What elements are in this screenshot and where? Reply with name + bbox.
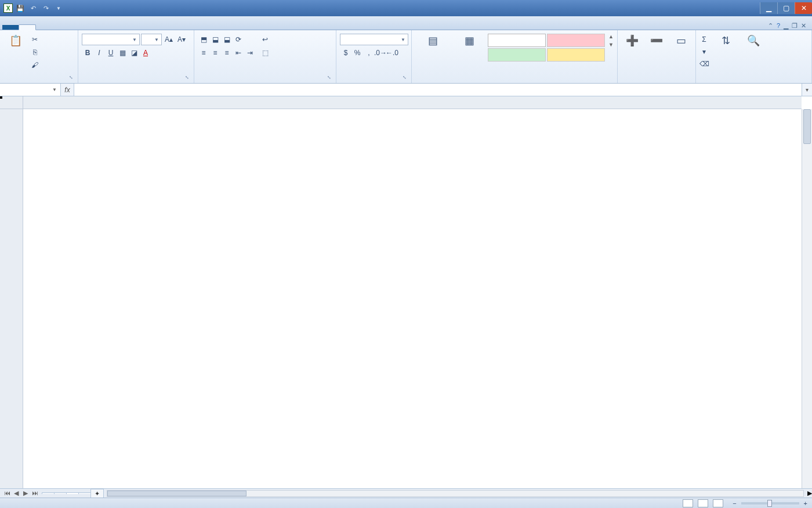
increase-font-icon[interactable]: A▴ xyxy=(163,34,175,45)
align-top-icon[interactable]: ⬒ xyxy=(198,34,209,45)
sheet-nav-next-icon[interactable]: ▶ xyxy=(21,489,30,497)
minimize-button[interactable]: ▁ xyxy=(760,2,777,14)
cells-area[interactable] xyxy=(23,109,802,488)
save-icon[interactable]: 💾 xyxy=(15,3,26,13)
delete-cells-button[interactable]: ➖ xyxy=(646,34,668,49)
scrollbar-thumb[interactable] xyxy=(803,109,811,144)
italic-button[interactable]: I xyxy=(93,47,105,59)
font-family-select[interactable]: ▼ xyxy=(82,34,140,45)
clipboard-launcher-icon[interactable]: ⤡ xyxy=(67,75,74,82)
font-size-select[interactable]: ▼ xyxy=(141,34,162,45)
tab-insert[interactable] xyxy=(36,25,52,30)
increase-indent-icon[interactable]: ⇥ xyxy=(244,47,256,59)
doc-restore-icon[interactable]: ❐ xyxy=(792,22,798,30)
hscroll-thumb[interactable] xyxy=(107,491,246,496)
font-launcher-icon[interactable]: ⤡ xyxy=(183,75,190,82)
tab-formulas[interactable] xyxy=(68,25,85,30)
styles-scroll-up-icon[interactable]: ▲ xyxy=(608,34,614,39)
align-center-icon[interactable]: ≡ xyxy=(209,47,221,59)
insert-cells-button[interactable]: ➕ xyxy=(621,34,643,49)
paste-button[interactable]: 📋 xyxy=(3,34,28,49)
style-neutral[interactable] xyxy=(547,48,605,62)
align-right-icon[interactable]: ≡ xyxy=(221,47,233,59)
clear-button[interactable]: ⌫ xyxy=(699,58,710,70)
qat-dropdown-icon[interactable]: ▼ xyxy=(53,3,64,13)
alignment-launcher-icon[interactable]: ⤡ xyxy=(325,75,332,82)
zoom-out-icon[interactable]: − xyxy=(733,500,736,507)
select-all-button[interactable] xyxy=(0,96,23,109)
name-box[interactable]: ▼ xyxy=(0,84,61,96)
page-break-view-icon[interactable] xyxy=(713,499,723,507)
zoom-slider[interactable] xyxy=(741,502,799,505)
comma-icon[interactable]: , xyxy=(363,47,375,59)
fx-icon[interactable]: fx xyxy=(61,86,74,94)
sheet-nav-first-icon[interactable]: ⏮ xyxy=(2,489,12,497)
tab-data[interactable] xyxy=(85,25,101,30)
normal-view-icon[interactable] xyxy=(683,499,693,507)
align-bottom-icon[interactable]: ⬓ xyxy=(221,34,233,45)
style-bad[interactable] xyxy=(547,34,605,47)
help-icon[interactable]: ? xyxy=(777,22,780,30)
formula-input[interactable] xyxy=(74,84,802,96)
sheet-tab-completing-schedule[interactable] xyxy=(66,492,79,494)
zoom-slider-handle[interactable] xyxy=(767,500,772,507)
style-good[interactable] xyxy=(488,48,546,62)
decrease-font-icon[interactable]: A▾ xyxy=(176,34,187,45)
fill-color-button[interactable]: ◪ xyxy=(128,47,140,59)
font-color-button[interactable]: A xyxy=(140,47,151,59)
doc-close-icon[interactable]: ✕ xyxy=(801,22,806,30)
sheet-tab-create-format[interactable] xyxy=(42,492,55,494)
page-layout-view-icon[interactable] xyxy=(698,499,708,507)
sort-filter-button[interactable]: ⇅ xyxy=(713,34,738,49)
align-left-icon[interactable]: ≡ xyxy=(198,47,209,59)
format-cells-button[interactable]: ▭ xyxy=(670,34,692,49)
format-painter-button[interactable]: 🖌 xyxy=(30,59,41,71)
undo-icon[interactable]: ↶ xyxy=(28,3,38,13)
decrease-indent-icon[interactable]: ⇤ xyxy=(233,47,244,59)
tab-home[interactable] xyxy=(19,24,36,30)
vertical-scrollbar[interactable] xyxy=(802,109,812,488)
autosum-button[interactable]: Σ xyxy=(699,34,710,45)
copy-button[interactable]: ⎘ xyxy=(30,46,41,58)
tab-view[interactable] xyxy=(117,25,133,30)
wrap-text-button[interactable]: ↩ xyxy=(260,34,271,45)
close-button[interactable]: ✕ xyxy=(795,2,812,14)
sheet-nav-last-icon[interactable]: ⏭ xyxy=(30,489,39,497)
horizontal-scrollbar[interactable] xyxy=(107,490,804,497)
tab-file[interactable] xyxy=(2,25,19,30)
number-format-select[interactable]: ▼ xyxy=(340,34,408,45)
number-launcher-icon[interactable]: ⤡ xyxy=(401,75,408,82)
format-as-table-button[interactable]: ▦ xyxy=(455,34,485,49)
fill-button[interactable]: ▾ xyxy=(699,46,710,57)
underline-button[interactable]: U xyxy=(105,47,117,59)
find-select-button[interactable]: 🔍 xyxy=(741,34,766,49)
align-middle-icon[interactable]: ⬓ xyxy=(209,34,221,45)
minimize-ribbon-icon[interactable]: ⌃ xyxy=(768,22,773,30)
doc-minimize-icon[interactable]: ▁ xyxy=(784,22,788,30)
style-normal[interactable] xyxy=(488,34,546,47)
zoom-in-icon[interactable]: + xyxy=(804,500,807,507)
decrease-decimal-icon[interactable]: ←.0 xyxy=(386,47,398,59)
border-button[interactable]: ▦ xyxy=(117,47,128,59)
redo-icon[interactable]: ↷ xyxy=(41,3,51,13)
cut-button[interactable]: ✂ xyxy=(30,34,41,45)
bold-button[interactable]: B xyxy=(82,47,93,59)
styles-scroll-down-icon[interactable]: ▼ xyxy=(608,42,614,48)
spreadsheet-grid[interactable] xyxy=(0,96,812,488)
new-sheet-button[interactable]: ✦ xyxy=(90,489,104,498)
conditional-formatting-button[interactable]: ▤ xyxy=(415,34,451,49)
tab-review[interactable] xyxy=(101,25,117,30)
tab-page-layout[interactable] xyxy=(52,25,68,30)
sheet-tab-setting-initial[interactable] xyxy=(54,492,67,494)
expand-formula-bar-icon[interactable]: ▾ xyxy=(802,84,812,96)
hscroll-right-icon[interactable]: ▶ xyxy=(807,489,812,497)
orientation-icon[interactable]: ⟳ xyxy=(233,34,244,45)
excel-icon[interactable]: X xyxy=(3,3,13,13)
increase-decimal-icon[interactable]: .0→ xyxy=(375,47,386,59)
sheet-nav-prev-icon[interactable]: ◀ xyxy=(12,489,21,497)
sheet-tab-extra-payments[interactable] xyxy=(78,492,91,494)
maximize-button[interactable]: ▢ xyxy=(777,2,795,14)
merge-center-button[interactable]: ⬚ xyxy=(260,47,271,59)
percent-icon[interactable]: % xyxy=(351,47,363,59)
currency-icon[interactable]: $ xyxy=(340,47,351,59)
